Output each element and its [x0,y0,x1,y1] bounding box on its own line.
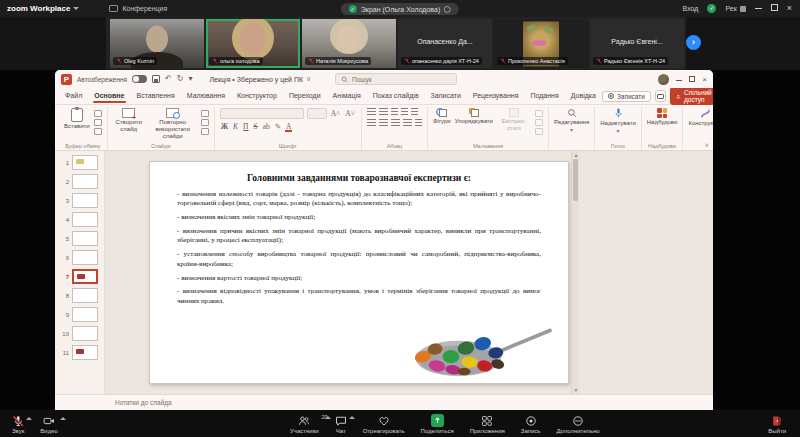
undo-icon[interactable]: ↶ [165,74,172,84]
increase-indent-icon[interactable] [401,108,408,116]
collapse-ribbon-icon[interactable]: ∨ [705,141,709,148]
vertical-scrollbar[interactable]: ▲ ▼ [571,151,579,394]
quick-access-dropdown-icon[interactable]: ▾ [189,74,193,84]
close-button[interactable]: × [787,4,792,13]
slide-thumbnail[interactable]: 5 [55,230,104,247]
slide-thumbnail[interactable]: 8 [55,287,104,304]
tab-animations[interactable]: Анімація [327,90,367,102]
tab-view[interactable]: Подання [524,90,564,102]
bullet-list-icon[interactable] [367,108,376,116]
participant-tile-camera-off[interactable]: Опанасенко Да... опанасенко дарія ХТ-Н-2… [398,19,492,68]
shrink-font-icon[interactable]: А˅ [344,109,356,118]
strikethrough-button[interactable]: S [253,122,259,131]
video-options-icon[interactable] [60,417,66,420]
align-right-icon[interactable] [391,119,400,127]
redo-icon[interactable]: ↻ [177,74,184,84]
comments-button[interactable] [655,90,666,102]
italic-button[interactable]: К [232,122,239,131]
participant-tile-camera-off[interactable]: Радько Євгені... Радько Євгенія ХТ-Н-24 [590,19,684,68]
shapes-button[interactable]: Фігури [433,108,451,124]
quick-styles-button[interactable]: Експрес-стилі [497,108,531,132]
maximize-button[interactable] [771,4,778,13]
font-color-button[interactable]: А [285,122,292,131]
format-painter-icon[interactable] [94,128,102,135]
decrease-indent-icon[interactable] [391,108,398,116]
dictate-button[interactable]: Надиктувати ▾ [600,108,635,134]
arrange-button[interactable]: Упорядкувати [455,108,493,124]
shape-outline-icon[interactable] [535,119,543,126]
ppt-minimize-button[interactable] [676,75,682,84]
layout-icon[interactable] [201,110,209,117]
zoom-brand-menu[interactable]: zoom Workplace [7,4,79,13]
audio-button[interactable]: Звук [4,413,32,435]
slide-thumbnail[interactable]: 2 [55,173,104,190]
recording-stop-icon[interactable] [740,6,746,12]
video-button[interactable]: Видео [32,413,66,435]
ppt-close-button[interactable]: × [702,75,707,84]
participant-tile[interactable]: Прокопенко Анастасія [494,19,588,68]
tab-insert[interactable]: Вставлення [131,90,181,102]
scrollbar-thumb[interactable] [573,159,578,201]
share-screen-button[interactable]: Поделиться [413,412,462,435]
slide-thumbnail[interactable]: 9 [55,306,104,323]
tab-home[interactable]: Основне [88,90,130,102]
columns-icon[interactable] [415,119,422,127]
tab-record[interactable]: Записати [425,90,467,102]
slide-thumbnail[interactable]: 6 [55,249,104,266]
cut-icon[interactable] [94,110,102,117]
slide-thumbnail-active[interactable]: 7 [55,268,104,285]
tab-file[interactable]: Файл [59,90,88,102]
line-spacing-icon[interactable] [411,108,418,116]
slide-thumbnail[interactable]: 3 [55,192,104,209]
tab-design[interactable]: Конструктор [231,90,283,102]
new-slide-button[interactable]: Створити слайд [113,108,145,133]
notes-pane[interactable]: Нотатки до слайда [55,394,713,410]
slide-thumbnail[interactable]: 10 [55,325,104,342]
highlight-color-button[interactable]: ✎ [274,122,282,131]
next-participants-button[interactable]: › [686,35,701,50]
minimize-button[interactable] [755,4,762,13]
font-size-select[interactable] [307,108,327,119]
apps-button[interactable]: Приложения [462,412,513,435]
section-icon[interactable] [201,128,209,135]
save-icon[interactable] [152,75,160,83]
reset-icon[interactable] [201,119,209,126]
ppt-restore-button[interactable] [689,75,695,84]
participant-tile[interactable]: Наталія Мокроусова [302,19,396,68]
current-slide[interactable]: Головними завданнями товарознавчої експе… [149,161,569,384]
tab-transitions[interactable]: Переходи [283,90,327,102]
chat-button[interactable]: Чат [327,412,355,435]
more-button[interactable]: Дополнительно [548,412,607,435]
record-button[interactable]: Запись [513,412,549,435]
shared-screen-indicator[interactable]: ✓ Экран (Ольга Холодова) [341,3,459,15]
participants-button[interactable]: Участники 20 [282,412,327,435]
justify-icon[interactable] [403,119,412,127]
reuse-slides-button[interactable]: Повторно використати слайди [149,108,197,140]
participant-tile-active-speaker[interactable]: ольга холодова [206,19,300,68]
char-spacing-button[interactable]: ab [262,122,271,131]
shape-effects-icon[interactable] [535,128,543,135]
paste-button[interactable]: Вставити [64,108,90,129]
addins-button[interactable]: Надбудови [647,108,678,125]
tab-help[interactable]: Довідка [565,90,602,102]
reactions-button[interactable]: Отреагировать [355,412,413,435]
participant-tile[interactable]: Oleg Kuznin [110,19,204,68]
shape-fill-icon[interactable] [535,110,543,117]
align-left-icon[interactable] [367,119,376,127]
signin-link[interactable]: Вход [683,5,699,12]
designer-button[interactable]: Конструктор [688,108,713,126]
tab-draw[interactable]: Малювання [181,90,231,102]
share-button[interactable]: Спільний доступ ∨ [670,87,713,105]
slide-thumbnail-panel[interactable]: 1 2 3 4 5 6 7 8 9 10 11 [55,151,105,394]
underline-button[interactable]: П [242,122,249,131]
scroll-up-icon[interactable]: ▲ [572,152,580,158]
search-box[interactable]: Пошук [335,73,457,85]
copy-icon[interactable] [94,119,102,126]
bold-button[interactable]: Ж [220,122,229,131]
slide-thumbnail[interactable]: 1 [55,154,104,171]
conference-menu[interactable]: Конференция [109,5,167,12]
font-name-select[interactable] [220,108,304,119]
slide-thumbnail[interactable]: 4 [55,211,104,228]
tab-review[interactable]: Рецензування [467,90,525,102]
tab-slideshow[interactable]: Показ слайдів [367,90,425,102]
